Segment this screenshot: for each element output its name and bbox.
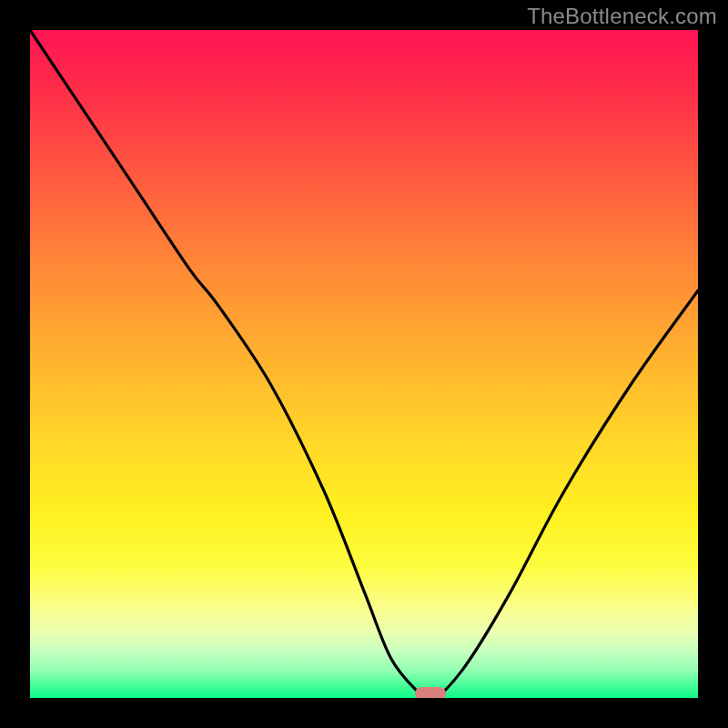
optimum-marker [415, 687, 446, 698]
chart-frame: TheBottleneck.com [0, 0, 728, 728]
plot-area [30, 30, 698, 698]
watermark-text: TheBottleneck.com [527, 4, 717, 29]
curve-path [30, 30, 698, 698]
bottleneck-curve [30, 30, 698, 698]
